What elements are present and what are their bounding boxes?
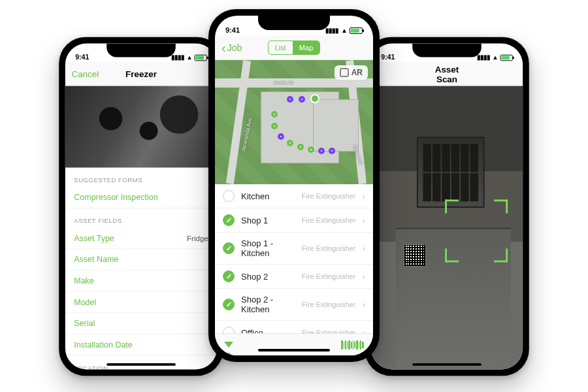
field-label: Serial xyxy=(74,319,95,328)
barcode-icon[interactable] xyxy=(341,340,364,350)
chevron-left-icon: ‹ xyxy=(221,41,226,54)
nav-bar: ‹ Job List Map xyxy=(215,35,373,60)
view-segment: List Map xyxy=(268,41,321,55)
asset-name: Kitchen xyxy=(241,191,295,201)
signal-icon: ▮▮▮▮ xyxy=(325,27,338,34)
site-map[interactable]: Aralia St Jacaranda Ave Cunjevoi AR xyxy=(215,60,373,184)
phone-asset-form: 9:41 ▮▮▮▮ ▲ Cancel Freezer SUGGESTED FOR… xyxy=(59,37,223,376)
status-time: 9:41 xyxy=(225,26,240,34)
asset-field-row[interactable]: Asset Name xyxy=(65,249,217,270)
notch xyxy=(412,43,482,57)
battery-icon xyxy=(195,54,207,61)
asset-pin[interactable] xyxy=(271,111,278,118)
asset-list[interactable]: KitchenFire Extinguisher›Shop 1Fire Exti… xyxy=(215,184,373,333)
status-check-icon xyxy=(223,299,235,310)
home-indicator xyxy=(106,363,176,366)
asset-row[interactable]: OfficeFire Extinguisher› xyxy=(215,321,373,333)
home-indicator xyxy=(258,349,330,351)
status-check-icon xyxy=(223,327,235,333)
ar-label: AR xyxy=(351,68,363,77)
asset-field-row[interactable]: Model xyxy=(65,292,217,314)
asset-row[interactable]: Shop 2 - KitchenFire Extinguisher› xyxy=(215,289,373,321)
segment-list[interactable]: List xyxy=(269,41,293,54)
section-header-suggested: SUGGESTED FORMS xyxy=(65,167,217,187)
asset-pin[interactable] xyxy=(308,146,314,153)
asset-row[interactable]: Shop 2Fire Extinguisher› xyxy=(215,265,373,289)
nav-bar: Asset Scan xyxy=(371,62,523,86)
asset-name: Shop 2 xyxy=(241,272,295,282)
notch xyxy=(258,16,330,30)
field-label: Asset Type xyxy=(74,233,114,242)
asset-pin[interactable] xyxy=(329,148,335,154)
scan-reticle xyxy=(445,199,508,262)
segment-map[interactable]: Map xyxy=(293,41,319,54)
toolbar xyxy=(215,333,373,355)
asset-type: Fire Extinguisher xyxy=(302,244,356,252)
cancel-button[interactable]: Cancel xyxy=(71,69,99,78)
chevron-right-icon: › xyxy=(362,215,365,225)
chevron-right-icon: › xyxy=(362,271,365,282)
asset-photo[interactable] xyxy=(65,86,217,168)
chevron-right-icon: › xyxy=(362,243,365,253)
field-label: Installation Date xyxy=(74,340,133,349)
asset-type: Fire Extinguisher xyxy=(302,192,356,200)
camera-viewport[interactable] xyxy=(371,86,523,370)
qr-code xyxy=(404,245,426,267)
phone-job-map: 9:41 ▮▮▮▮ ▲ ‹ Job List Map xyxy=(208,9,380,362)
asset-field-row[interactable]: Installation Date xyxy=(65,335,217,356)
back-button[interactable]: ‹ Job xyxy=(221,41,268,54)
chevron-right-icon: › xyxy=(362,327,365,333)
battery-icon xyxy=(500,54,513,61)
asset-field-row[interactable]: Asset TypeFridge xyxy=(65,228,217,250)
asset-pin[interactable] xyxy=(278,133,284,140)
wifi-icon: ▲ xyxy=(186,54,192,61)
asset-name: Shop 1 xyxy=(241,216,295,225)
asset-pin[interactable] xyxy=(299,96,305,103)
asset-name: Office xyxy=(241,328,295,334)
filter-icon[interactable] xyxy=(224,342,233,348)
asset-type: Fire Extinguisher xyxy=(302,329,356,333)
home-indicator xyxy=(412,363,482,366)
page-title: Freezer xyxy=(118,69,164,78)
asset-row[interactable]: Shop 1Fire Extinguisher› xyxy=(215,208,373,233)
asset-type: Fire Extinguisher xyxy=(302,216,356,224)
asset-row[interactable]: Shop 1 - KitchenFire Extinguisher› xyxy=(215,233,373,265)
street-label: Aralia St xyxy=(274,80,293,86)
suggested-form-row[interactable]: Compressor Inspection xyxy=(65,187,217,208)
phone-asset-scan: 9:41 ▮▮▮▮ ▲ Asset Scan xyxy=(365,37,529,376)
asset-row[interactable]: KitchenFire Extinguisher› xyxy=(215,184,373,208)
asset-form: SUGGESTED FORMS Compressor Inspection AS… xyxy=(65,167,217,369)
asset-name: Shop 2 - Kitchen xyxy=(241,295,295,314)
ar-icon xyxy=(340,68,349,77)
page-title: Asset Scan xyxy=(423,64,470,84)
asset-pin[interactable] xyxy=(297,144,304,150)
signal-icon: ▮▮▮▮ xyxy=(477,54,489,61)
signal-icon: ▮▮▮▮ xyxy=(171,54,184,61)
field-label: Make xyxy=(74,276,94,286)
asset-pin[interactable] xyxy=(318,148,325,154)
status-check-icon xyxy=(223,214,235,226)
status-time: 9:41 xyxy=(75,54,89,61)
asset-pin[interactable] xyxy=(287,96,293,103)
chevron-right-icon: › xyxy=(362,299,365,310)
asset-type: Fire Extinguisher xyxy=(302,301,356,308)
electrical-panel xyxy=(417,137,485,208)
field-label: Asset Name xyxy=(74,255,118,264)
field-value: Fridge xyxy=(187,234,208,242)
suggested-form-label: Compressor Inspection xyxy=(74,193,157,202)
wifi-icon: ▲ xyxy=(492,54,498,61)
asset-pin[interactable] xyxy=(287,140,293,146)
wifi-icon: ▲ xyxy=(341,27,347,34)
back-label: Job xyxy=(227,42,242,53)
nav-bar: Cancel Freezer xyxy=(65,62,217,86)
battery-icon xyxy=(350,27,363,34)
current-location-pin[interactable] xyxy=(310,94,319,103)
status-time: 9:41 xyxy=(381,54,395,61)
notch xyxy=(106,43,176,57)
asset-field-row[interactable]: Serial xyxy=(65,313,217,335)
ar-button[interactable]: AR xyxy=(335,65,368,80)
status-check-icon xyxy=(223,242,235,254)
asset-pin[interactable] xyxy=(271,123,278,129)
section-header-fields: ASSET FIELDS xyxy=(65,208,217,228)
asset-field-row[interactable]: Make xyxy=(65,270,217,292)
